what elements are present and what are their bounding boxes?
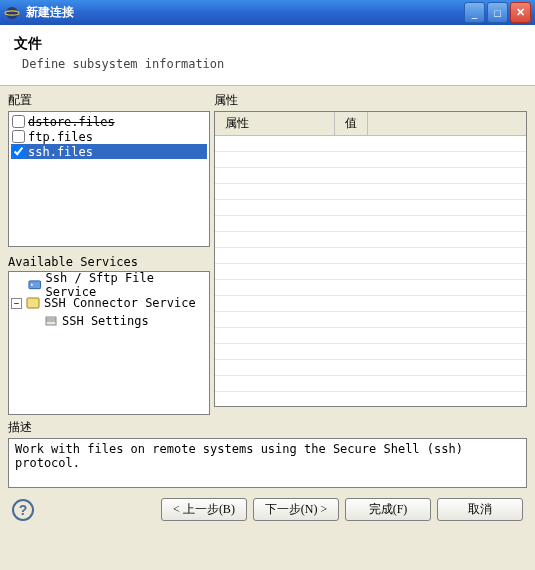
tree-item-connector[interactable]: − SSH Connector Service <box>11 294 207 312</box>
config-label: 配置 <box>8 92 210 109</box>
table-row <box>215 264 526 280</box>
svg-rect-4 <box>27 298 39 308</box>
config-item-ftp[interactable]: ftp.files <box>11 129 207 144</box>
table-row <box>215 216 526 232</box>
eclipse-icon <box>4 5 20 21</box>
window-title: 新建连接 <box>26 4 464 21</box>
wizard-button-bar: ? < 上一步(B) 下一步(N) > 完成(F) 取消 <box>0 488 535 531</box>
config-checkbox-ssh[interactable] <box>12 145 25 158</box>
properties-label: 属性 <box>214 92 527 109</box>
tree-label: SSH Settings <box>62 314 149 328</box>
wizard-header: 文件 Define subsystem information <box>0 25 535 86</box>
minimize-button[interactable]: _ <box>464 2 485 23</box>
config-list[interactable]: dstore.files ftp.files ssh.files <box>8 111 210 247</box>
col-property[interactable]: 属性 <box>215 112 335 135</box>
svg-point-3 <box>31 284 33 286</box>
page-title: 文件 <box>14 35 521 53</box>
description-text: Work with files on remote systems using … <box>8 438 527 488</box>
services-tree[interactable]: Ssh / Sftp File Service − SSH Connector … <box>8 271 210 415</box>
config-item-label: ftp.files <box>28 130 93 144</box>
svg-rect-2 <box>29 281 41 289</box>
table-row <box>215 248 526 264</box>
collapse-icon[interactable]: − <box>11 298 22 309</box>
config-item-ssh[interactable]: ssh.files <box>11 144 207 159</box>
config-checkbox-ftp[interactable] <box>12 130 25 143</box>
table-row <box>215 360 526 376</box>
table-row <box>215 328 526 344</box>
col-value[interactable]: 值 <box>335 112 368 135</box>
window-controls: _ □ ✕ <box>464 2 531 23</box>
cancel-button[interactable]: 取消 <box>437 498 523 521</box>
finish-button[interactable]: 完成(F) <box>345 498 431 521</box>
table-row <box>215 312 526 328</box>
table-row <box>215 184 526 200</box>
svg-point-0 <box>6 7 18 19</box>
properties-table[interactable]: 属性 值 <box>214 111 527 407</box>
connector-icon <box>25 295 41 311</box>
maximize-button[interactable]: □ <box>487 2 508 23</box>
help-button[interactable]: ? <box>12 499 34 521</box>
settings-icon <box>43 313 59 329</box>
next-button[interactable]: 下一步(N) > <box>253 498 339 521</box>
table-row <box>215 200 526 216</box>
config-item-label: dstore.files <box>28 115 115 129</box>
file-service-icon <box>27 277 43 293</box>
table-row <box>215 152 526 168</box>
description-label: 描述 <box>8 419 527 436</box>
config-item-dstore[interactable]: dstore.files <box>11 114 207 129</box>
page-subtitle: Define subsystem information <box>22 57 521 71</box>
properties-rows <box>215 136 526 392</box>
table-row <box>215 136 526 152</box>
config-checkbox-dstore[interactable] <box>12 115 25 128</box>
tree-item-ssh-sftp[interactable]: Ssh / Sftp File Service <box>11 276 207 294</box>
tree-label: Ssh / Sftp File Service <box>46 271 207 299</box>
table-row <box>215 376 526 392</box>
tree-label: SSH Connector Service <box>44 296 196 310</box>
tree-item-settings[interactable]: SSH Settings <box>11 312 207 330</box>
table-row <box>215 280 526 296</box>
close-button[interactable]: ✕ <box>510 2 531 23</box>
services-label: Available Services <box>8 255 210 269</box>
table-row <box>215 296 526 312</box>
table-row <box>215 344 526 360</box>
properties-header: 属性 值 <box>215 112 526 136</box>
table-row <box>215 168 526 184</box>
back-button[interactable]: < 上一步(B) <box>161 498 247 521</box>
window-titlebar: 新建连接 _ □ ✕ <box>0 0 535 25</box>
config-item-label: ssh.files <box>28 145 93 159</box>
table-row <box>215 232 526 248</box>
